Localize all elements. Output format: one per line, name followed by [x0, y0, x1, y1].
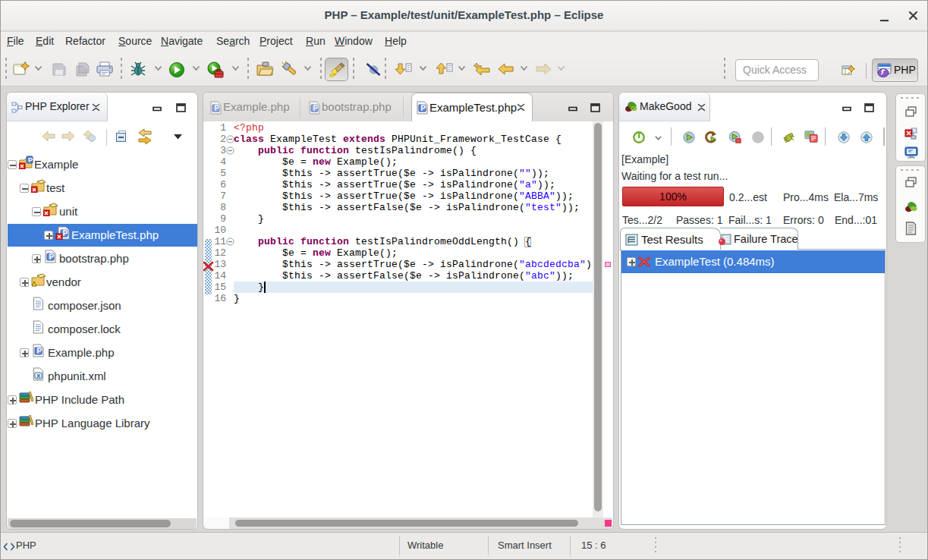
svg-text:P: P: [49, 253, 55, 261]
svg-text:P: P: [37, 347, 42, 355]
svg-text:X: X: [36, 373, 41, 379]
svg-text:P: P: [313, 104, 319, 112]
svg-text:P: P: [63, 229, 68, 238]
svg-text:P: P: [421, 104, 426, 112]
svg-text:P: P: [215, 104, 220, 112]
svg-text:P: P: [28, 156, 33, 164]
